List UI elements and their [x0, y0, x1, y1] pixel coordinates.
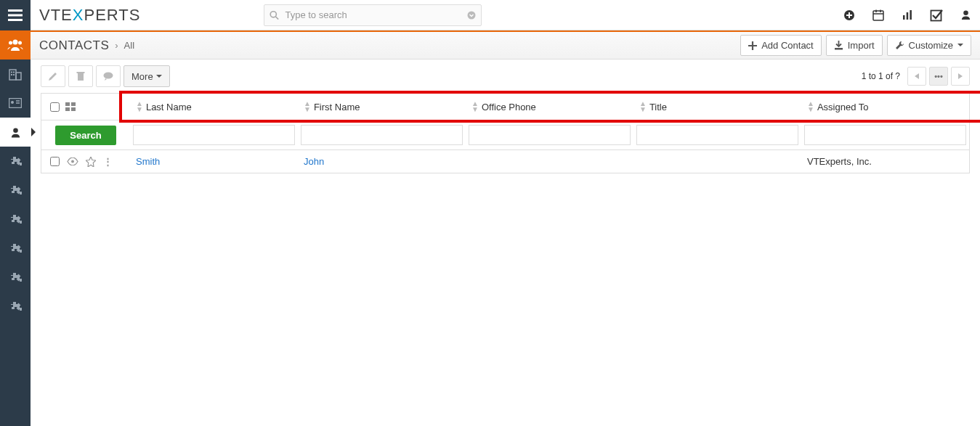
- row-checkbox[interactable]: [50, 157, 60, 166]
- caret-down-icon: [156, 75, 162, 78]
- sidebar: [0, 30, 31, 426]
- svg-rect-9: [907, 12, 909, 20]
- pagination-text: 1 to 1 of ?: [862, 71, 900, 81]
- svg-point-13: [13, 40, 18, 45]
- column-header-lastname[interactable]: ▲▼Last Name: [130, 94, 298, 120]
- filter-assigned[interactable]: [804, 125, 966, 145]
- svg-rect-31: [65, 102, 70, 106]
- page-options-button[interactable]: •••: [929, 67, 948, 86]
- customize-button[interactable]: Customize: [887, 35, 971, 56]
- svg-point-35: [71, 160, 74, 163]
- svg-rect-19: [13, 72, 15, 73]
- svg-rect-17: [16, 73, 21, 80]
- filter-title[interactable]: [636, 125, 798, 145]
- svg-point-12: [963, 10, 968, 15]
- svg-rect-4: [873, 11, 883, 20]
- svg-point-0: [271, 11, 277, 17]
- sort-icon: ▲▼: [807, 101, 814, 112]
- breadcrumb-sep: ›: [115, 40, 118, 51]
- add-icon[interactable]: [835, 0, 864, 30]
- sidebar-item-org[interactable]: [0, 60, 31, 89]
- sidebar-item-ext2[interactable]: [0, 176, 31, 205]
- sidebar-item-ext5[interactable]: [0, 263, 31, 292]
- svg-point-30: [104, 73, 113, 79]
- svg-rect-28: [78, 73, 84, 81]
- svg-point-26: [13, 128, 18, 133]
- svg-rect-8: [903, 15, 905, 20]
- sidebar-item-person[interactable]: [0, 118, 31, 147]
- wrench-icon: [895, 41, 904, 50]
- calendar-icon[interactable]: [864, 0, 893, 30]
- table-row[interactable]: ⋮ Smith John VTExperts, Inc.: [41, 150, 970, 173]
- hamburger-icon[interactable]: [0, 0, 31, 30]
- download-icon: [834, 41, 843, 50]
- svg-rect-32: [71, 102, 76, 106]
- eye-icon[interactable]: [67, 157, 78, 165]
- svg-line-1: [276, 17, 279, 20]
- view-toggle-icon[interactable]: [65, 102, 76, 111]
- more-icon[interactable]: ⋮: [103, 156, 113, 167]
- svg-point-23: [11, 101, 14, 104]
- sidebar-item-ext6[interactable]: [0, 292, 31, 321]
- page-title: CONTACTS: [39, 38, 109, 53]
- search-icon: [270, 10, 279, 20]
- import-button[interactable]: Import: [826, 35, 883, 56]
- svg-point-2: [468, 11, 476, 19]
- svg-rect-34: [71, 107, 76, 111]
- sidebar-item-card[interactable]: [0, 89, 31, 118]
- filter-lastname[interactable]: [133, 125, 295, 145]
- add-contact-button[interactable]: Add Contact: [740, 35, 822, 56]
- sidebar-item-contacts[interactable]: [0, 30, 31, 60]
- comment-button[interactable]: [96, 65, 121, 87]
- svg-rect-29: [77, 72, 85, 73]
- svg-rect-10: [910, 10, 912, 20]
- search-button[interactable]: Search: [55, 126, 116, 145]
- sidebar-item-ext1[interactable]: [0, 147, 31, 176]
- chevron-down-icon[interactable]: [467, 11, 476, 20]
- check-icon[interactable]: [922, 0, 951, 30]
- svg-rect-20: [11, 74, 12, 75]
- next-page-button[interactable]: [951, 67, 970, 86]
- edit-button[interactable]: [41, 65, 65, 87]
- cell-lastname[interactable]: Smith: [130, 156, 298, 167]
- sort-icon: ▲▼: [471, 101, 479, 112]
- chart-icon[interactable]: [893, 0, 922, 30]
- svg-rect-33: [65, 107, 70, 111]
- sidebar-item-ext4[interactable]: [0, 234, 31, 263]
- star-icon[interactable]: [86, 157, 96, 167]
- delete-button[interactable]: [68, 65, 93, 87]
- search-input[interactable]: [264, 4, 482, 26]
- sidebar-item-ext3[interactable]: [0, 205, 31, 234]
- column-header-firstname[interactable]: ▲▼First Name: [298, 94, 466, 120]
- svg-rect-18: [11, 72, 12, 73]
- svg-point-14: [9, 41, 12, 45]
- svg-point-15: [18, 41, 22, 45]
- svg-rect-27: [835, 48, 843, 50]
- select-all-checkbox[interactable]: [50, 102, 60, 112]
- breadcrumb-sub[interactable]: All: [124, 40, 134, 51]
- more-button[interactable]: More: [123, 65, 170, 87]
- cell-firstname[interactable]: John: [298, 156, 466, 167]
- sort-icon: ▲▼: [304, 101, 311, 112]
- user-icon[interactable]: [951, 0, 980, 30]
- caret-down-icon: [957, 44, 963, 47]
- filter-firstname[interactable]: [301, 125, 463, 145]
- logo: VTEXPERTS: [39, 6, 140, 25]
- sort-icon: ▲▼: [136, 101, 143, 112]
- column-header-assigned[interactable]: ▲▼Assigned To: [801, 94, 969, 120]
- filter-phone[interactable]: [469, 125, 631, 145]
- plus-icon: [748, 41, 757, 50]
- svg-rect-21: [13, 74, 15, 75]
- svg-rect-16: [9, 70, 16, 80]
- column-header-title[interactable]: ▲▼Title: [633, 94, 801, 120]
- column-header-phone[interactable]: ▲▼Office Phone: [466, 94, 633, 120]
- sort-icon: ▲▼: [639, 101, 647, 112]
- prev-page-button[interactable]: [907, 67, 926, 86]
- cell-assigned: VTExperts, Inc.: [801, 156, 969, 167]
